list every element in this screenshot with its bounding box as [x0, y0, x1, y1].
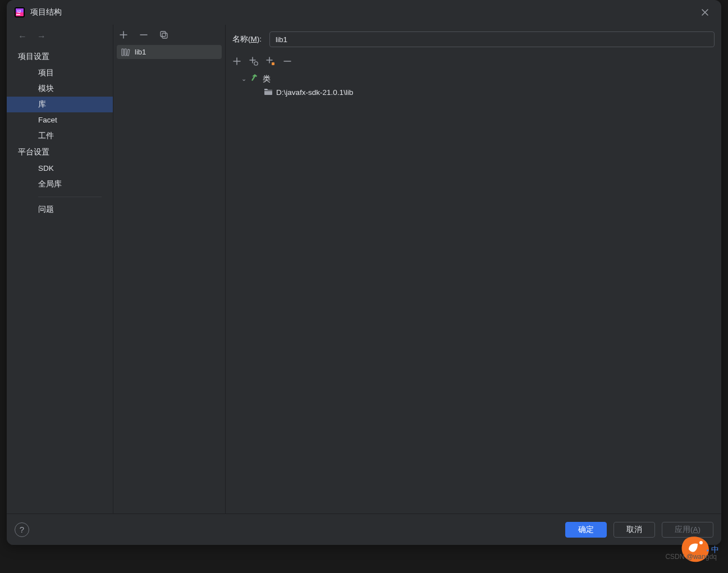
library-item[interactable]: lib1 — [117, 45, 222, 59]
add-library-icon[interactable] — [119, 30, 128, 39]
sidebar-item-global-libraries[interactable]: 全局库 — [7, 176, 113, 192]
copy-library-icon[interactable] — [159, 30, 168, 39]
tree-classes-node[interactable]: ⌄ 类 — [232, 72, 715, 86]
name-label: 名称(M): — [232, 34, 262, 44]
hammer-icon — [250, 74, 259, 84]
add-with-marker-icon[interactable] — [266, 57, 275, 66]
apply-button[interactable]: 应用(A) — [662, 522, 713, 538]
library-item-label: lib1 — [135, 48, 146, 56]
remove-library-icon[interactable] — [139, 30, 148, 39]
library-name-input[interactable] — [269, 31, 715, 47]
project-structure-dialog: IJ 项目结构 ← → 项目设置 项目 模块 库 Facet 工件 平台设置 S… — [7, 0, 721, 545]
svg-rect-7 — [122, 49, 123, 56]
tree-entry[interactable]: D:\javafx-sdk-21.0.1\lib — [232, 86, 715, 99]
svg-rect-8 — [125, 49, 126, 56]
library-list: lib1 — [113, 45, 225, 59]
svg-text:IJ: IJ — [17, 10, 21, 13]
ok-button[interactable]: 确定 — [565, 522, 607, 538]
tree-classes-label: 类 — [263, 74, 271, 84]
forward-arrow-icon[interactable]: → — [37, 31, 46, 42]
main-body: ← → 项目设置 项目 模块 库 Facet 工件 平台设置 SDK 全局库 问… — [7, 25, 721, 545]
section-platform-settings: 平台设置 — [7, 144, 113, 161]
cancel-button[interactable]: 取消 — [613, 522, 655, 538]
help-icon[interactable]: ? — [15, 522, 29, 537]
svg-point-13 — [699, 541, 703, 544]
svg-point-10 — [254, 62, 258, 65]
svg-rect-12 — [264, 90, 272, 91]
library-details-pane: 名称(M): — [226, 25, 721, 545]
name-row: 名称(M): — [226, 31, 721, 55]
folder-icon — [264, 88, 273, 97]
svg-rect-9 — [127, 49, 130, 55]
sidebar-item-problems[interactable]: 问题 — [7, 202, 113, 217]
svg-rect-3 — [16, 14, 20, 15]
sidebar-item-libraries[interactable]: 库 — [7, 97, 113, 112]
footer-bar: ? 确定 取消 应用(A) — [7, 513, 721, 545]
nav-arrows: ← → — [7, 28, 113, 48]
details-toolbar — [226, 55, 721, 72]
sidebar-item-artifacts[interactable]: 工件 — [7, 128, 113, 144]
window-title: 项目结构 — [30, 7, 697, 17]
svg-rect-11 — [272, 62, 274, 65]
sidebar-divider — [38, 197, 102, 197]
left-sidebar: ← → 项目设置 项目 模块 库 Facet 工件 平台设置 SDK 全局库 问… — [7, 25, 113, 545]
back-arrow-icon[interactable]: ← — [18, 31, 27, 42]
chevron-down-icon[interactable]: ⌄ — [240, 75, 247, 83]
library-icon — [121, 48, 130, 56]
svg-rect-5 — [161, 31, 166, 37]
library-list-pane: lib1 — [113, 25, 226, 545]
svg-rect-6 — [162, 33, 167, 38]
remove-root-icon[interactable] — [283, 57, 292, 66]
tree-entry-path: D:\javafx-sdk-21.0.1\lib — [276, 88, 353, 97]
section-project-settings: 项目设置 — [7, 48, 113, 65]
ime-indicator: 中 — [706, 545, 719, 555]
library-toolbar — [113, 25, 225, 45]
close-icon[interactable] — [697, 4, 713, 21]
title-bar: IJ 项目结构 — [7, 0, 721, 25]
sidebar-item-project[interactable]: 项目 — [7, 65, 113, 81]
app-icon: IJ — [15, 7, 25, 17]
library-roots-tree: ⌄ 类 D:\javafx-sdk-21.0.1\lib — [226, 72, 721, 99]
sidebar-item-facets[interactable]: Facet — [7, 112, 113, 128]
add-with-circle-icon[interactable] — [249, 57, 258, 66]
add-root-icon[interactable] — [232, 57, 241, 66]
sidebar-item-modules[interactable]: 模块 — [7, 81, 113, 97]
sidebar-item-sdks[interactable]: SDK — [7, 161, 113, 176]
